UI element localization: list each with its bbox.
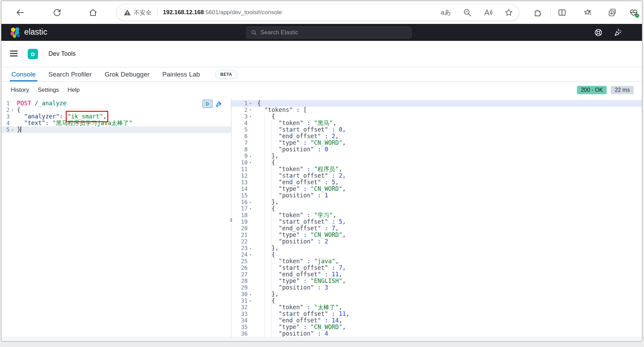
fold-caret[interactable]: ▴	[10, 126, 15, 133]
code-text[interactable]: {	[253, 251, 275, 258]
code-text[interactable]: "text": "黑马程序员学习java太棒了"	[15, 120, 132, 126]
elastic-logo[interactable]	[10, 27, 21, 38]
code-line[interactable]: 9▴ },	[231, 153, 642, 159]
code-text[interactable]: {	[253, 297, 275, 304]
tab-grok-debugger[interactable]: Grok Debugger	[103, 67, 151, 81]
code-line[interactable]: 11 "token" : "程序员",	[231, 166, 642, 172]
code-line[interactable]: 10▾ {	[231, 159, 642, 166]
response-viewer[interactable]: 1▾{2▾ "tokens" : [3▾ {4 "token" : "黑马",5…	[231, 98, 642, 337]
code-line[interactable]: 26 "start_offset" : 7,	[231, 265, 642, 271]
read-aloud-icon[interactable]	[484, 8, 493, 17]
code-line[interactable]: 1▾{	[231, 100, 642, 107]
code-line[interactable]: 18 "token" : "学习",	[231, 212, 642, 219]
code-text[interactable]: "tokens" : [	[253, 107, 307, 113]
fold-caret[interactable]: ▾	[10, 107, 15, 113]
code-line[interactable]: 5 "start_offset" : 0,	[231, 126, 642, 133]
elastic-brand-text[interactable]: elastic	[24, 27, 47, 37]
fold-caret[interactable]: ▴	[248, 245, 253, 251]
code-line[interactable]: 25 "token" : "java",	[231, 258, 642, 265]
code-text[interactable]: "token" : "学习",	[253, 212, 337, 219]
code-line[interactable]: 30▴ },	[231, 291, 642, 297]
not-secure-label[interactable]: 不安全	[134, 9, 151, 17]
extensions-icon[interactable]	[533, 8, 542, 17]
favorites-bar-icon[interactable]	[583, 8, 592, 17]
zoom-out-icon[interactable]	[463, 8, 472, 17]
code-line[interactable]: 35 "type" : "CN_WORD",	[231, 324, 642, 330]
code-line[interactable]: 29 "position" : 3	[231, 284, 642, 291]
fold-caret[interactable]: ▾	[248, 100, 253, 107]
code-line[interactable]: 1POST /_analyze	[1, 100, 231, 107]
whats-new-icon[interactable]	[614, 28, 623, 37]
code-line[interactable]: 23▴ },	[231, 245, 642, 251]
code-line[interactable]: 22 "position" : 2	[231, 238, 642, 245]
menu-settings[interactable]: Settings	[38, 85, 61, 95]
code-line[interactable]: 17▾ {	[231, 205, 642, 212]
code-line[interactable]: 19 "start_offset" : 5,	[231, 219, 642, 225]
code-text[interactable]: "start_offset" : 2,	[253, 172, 346, 179]
code-text[interactable]: {	[253, 159, 275, 166]
code-text[interactable]: {	[253, 205, 275, 212]
code-text[interactable]: "type" : "CN_WORD",	[253, 324, 346, 330]
code-text[interactable]: "end_offset" : 7,	[253, 225, 339, 232]
code-text[interactable]: {	[15, 107, 20, 113]
code-line[interactable]: 6 "end_offset" : 2,	[231, 133, 642, 140]
back-icon[interactable]	[16, 8, 25, 17]
home-icon[interactable]	[89, 8, 98, 17]
code-text[interactable]: "token" : "程序员",	[253, 166, 342, 172]
fold-caret[interactable]: ▴	[248, 199, 253, 205]
space-avatar[interactable]: D	[28, 49, 38, 59]
code-text[interactable]: "end_offset" : 2,	[253, 133, 339, 140]
code-text[interactable]: }	[15, 126, 21, 133]
code-line[interactable]: 31▾ {	[231, 297, 642, 304]
code-text[interactable]: "position" : 0	[253, 146, 328, 153]
help-icon[interactable]	[594, 28, 603, 37]
code-text[interactable]: "end_offset" : 5,	[253, 179, 339, 186]
code-line[interactable]: 13 "end_offset" : 5,	[231, 179, 642, 186]
code-line[interactable]: 21 "type" : "CN_WORD",	[231, 232, 642, 238]
code-line[interactable]: 20 "end_offset" : 7,	[231, 225, 642, 232]
fold-caret[interactable]: ▴	[248, 291, 253, 297]
code-text[interactable]: "start_offset" : 7,	[253, 265, 346, 271]
code-text[interactable]: },	[253, 199, 278, 205]
menu-help[interactable]: Help	[67, 85, 82, 95]
code-line[interactable]: 4 "text": "黑马程序员学习java太棒了"	[1, 120, 231, 126]
code-line[interactable]: 3▾ {	[231, 113, 642, 120]
code-text[interactable]: "start_offset" : 11,	[253, 311, 349, 317]
code-text[interactable]: "start_offset" : 0,	[253, 126, 346, 133]
send-request-button[interactable]	[202, 99, 213, 108]
browser-essentials-icon[interactable]: ✓	[629, 8, 638, 17]
code-text[interactable]: },	[253, 245, 278, 251]
code-text[interactable]: {	[253, 100, 261, 107]
code-line[interactable]: 28 "type" : "ENGLISH",	[231, 278, 642, 284]
code-line[interactable]: 4 "token" : "黑马",	[231, 120, 642, 126]
code-line[interactable]: 8 "position" : 0	[231, 146, 642, 153]
fold-caret[interactable]: ▾	[248, 113, 253, 120]
fold-caret[interactable]: ▾	[248, 251, 253, 258]
collections-icon[interactable]	[608, 8, 617, 17]
code-line[interactable]: 24▾ {	[231, 251, 642, 258]
tab-console[interactable]: Console	[10, 67, 37, 81]
code-line[interactable]: 12 "start_offset" : 2,	[231, 172, 642, 179]
fold-caret[interactable]: ▾	[248, 297, 253, 304]
code-line[interactable]: 2▾{	[1, 107, 231, 113]
fold-caret[interactable]: ▾	[248, 159, 253, 166]
favorite-star-icon[interactable]	[504, 8, 513, 17]
code-text[interactable]: "type" : "CN_WORD",	[253, 186, 346, 192]
code-line[interactable]: 5▴}	[1, 126, 231, 133]
code-line[interactable]: 34 "end_offset" : 14,	[231, 317, 642, 324]
menu-hamburger-icon[interactable]	[10, 51, 18, 57]
code-text[interactable]: "end_offset" : 11,	[253, 271, 342, 278]
refresh-icon[interactable]	[53, 8, 62, 17]
code-text[interactable]: "start_offset" : 5,	[253, 219, 346, 225]
menu-history[interactable]: History	[11, 85, 31, 95]
url-text[interactable]: 192.168.12.168:5601/app/dev_tools#/conso…	[163, 9, 282, 16]
code-text[interactable]: "token" : "java",	[253, 258, 339, 265]
address-bar[interactable]: 不安全 192.168.12.168:5601/app/dev_tools#/c…	[116, 4, 519, 21]
code-line[interactable]: 27 "end_offset" : 11,	[231, 271, 642, 278]
code-text[interactable]: "type" : "CN_WORD",	[253, 140, 346, 146]
code-text[interactable]: "token" : "黑马",	[253, 120, 337, 126]
tab-search-profiler[interactable]: Search Profiler	[47, 67, 94, 81]
code-text[interactable]: POST /_analyze	[15, 100, 66, 107]
code-text[interactable]: "token" : "太棒了",	[253, 304, 342, 311]
code-text[interactable]: {	[253, 113, 275, 120]
